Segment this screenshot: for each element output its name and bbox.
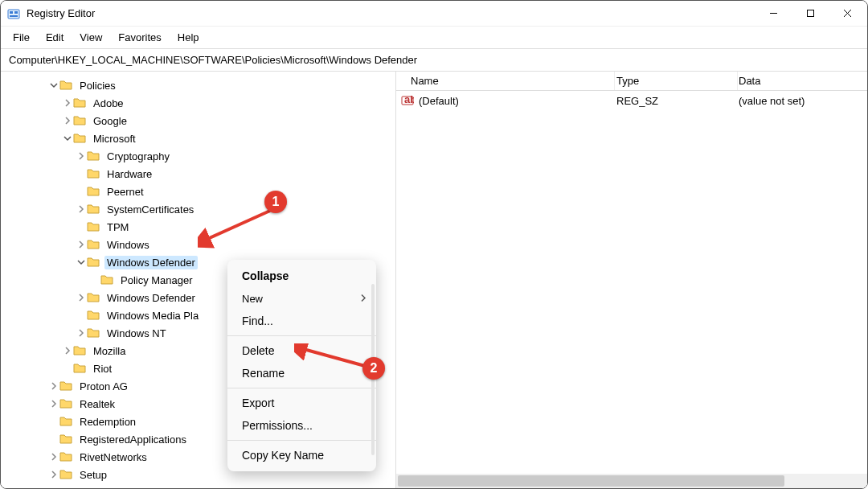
window-title: Registry Editor: [27, 7, 95, 19]
folder-icon: [59, 397, 72, 410]
list-row[interactable]: ab (Default) REG_SZ (value not set): [396, 91, 867, 110]
chevron-right-icon[interactable]: [76, 150, 87, 162]
value-data: (value not set): [739, 95, 805, 107]
tree-item-windows[interactable]: Windows: [1, 236, 395, 253]
chevron-right-icon[interactable]: [76, 239, 87, 250]
svg-rect-3: [10, 15, 18, 17]
tree-item-google[interactable]: Google: [1, 112, 395, 129]
folder-icon: [73, 132, 86, 145]
tree-item-label: Setup: [77, 468, 109, 482]
column-type[interactable]: Type: [616, 75, 739, 87]
menubar: File Edit View Favorites Help: [1, 27, 867, 49]
tree-item-label-selected: Windows Defender: [104, 256, 198, 269]
folder-icon: [87, 238, 100, 251]
tree-item-label: Realtek: [77, 397, 117, 411]
tree-item-hardware[interactable]: Hardware: [1, 165, 395, 183]
chevron-down-icon[interactable]: [76, 257, 87, 268]
tree-item-adobe[interactable]: Adobe: [1, 94, 395, 112]
scrollbar-thumb[interactable]: [398, 475, 784, 487]
tree-item-label: Windows Defender: [104, 291, 198, 305]
chevron-right-icon: [360, 293, 366, 305]
context-menu-export[interactable]: Export: [227, 392, 376, 414]
svg-rect-5: [807, 10, 813, 17]
tree-item-microsoft[interactable]: Microsoft: [1, 129, 395, 147]
chevron-right-icon[interactable]: [48, 451, 59, 462]
tree-item-tpm[interactable]: TPM: [1, 218, 395, 236]
folder-icon: [87, 167, 100, 180]
tree-item-peernet[interactable]: Peernet: [1, 183, 395, 200]
maximize-button[interactable]: [792, 2, 829, 26]
context-menu-find[interactable]: Find...: [227, 310, 376, 332]
context-menu-label: New: [242, 293, 263, 305]
tree-item-systemcertificates[interactable]: SystemCertificates: [1, 200, 395, 218]
tree-item-label: Riot: [91, 362, 114, 376]
titlebar: Registry Editor: [1, 1, 867, 27]
tree-item-label: Windows NT: [104, 327, 169, 340]
tree-item-label: Windows Media Pla: [104, 309, 201, 323]
folder-icon: [87, 309, 100, 322]
menu-edit[interactable]: Edit: [39, 30, 71, 45]
address-bar[interactable]: Computer\HKEY_LOCAL_MACHINE\SOFTWARE\Pol…: [1, 49, 867, 72]
annotation-marker-1: 1: [264, 191, 287, 213]
tree-item-label: Peernet: [104, 185, 146, 199]
minimize-button[interactable]: [755, 2, 792, 26]
context-menu: Collapse New Find... Delete Rename Expor…: [227, 260, 376, 471]
chevron-right-icon[interactable]: [48, 398, 59, 409]
chevron-down-icon[interactable]: [48, 80, 59, 91]
registry-editor-window: Registry Editor File Edit View Favorites…: [0, 0, 868, 489]
context-menu-collapse[interactable]: Collapse: [227, 265, 376, 287]
tree-item-label: Windows: [104, 238, 152, 252]
context-menu-separator: [227, 440, 376, 441]
svg-rect-1: [10, 11, 13, 14]
menu-view[interactable]: View: [72, 30, 109, 45]
tree-item-label: Policy Manager: [118, 273, 195, 287]
chevron-right-icon[interactable]: [76, 203, 87, 215]
tree-item-label: Hardware: [104, 167, 154, 181]
folder-icon: [87, 150, 100, 162]
chevron-down-icon[interactable]: [62, 133, 73, 144]
chevron-right-icon[interactable]: [62, 345, 73, 356]
tree-item-policies[interactable]: Policies: [1, 76, 395, 94]
chevron-right-icon[interactable]: [76, 327, 87, 339]
folder-icon: [73, 97, 86, 109]
context-menu-permissions[interactable]: Permissions...: [227, 414, 376, 437]
tree-pane[interactable]: Policies Adobe Google Microsoft: [1, 72, 396, 488]
horizontal-scrollbar[interactable]: [396, 474, 867, 488]
folder-icon: [59, 79, 72, 92]
tree-item-label: Proton AG: [77, 380, 130, 393]
chevron-right-icon[interactable]: [62, 115, 73, 126]
menu-file[interactable]: File: [6, 30, 37, 45]
folder-icon: [73, 362, 86, 375]
context-menu-separator: [227, 388, 376, 388]
folder-icon: [59, 380, 72, 392]
folder-icon: [100, 273, 113, 286]
svg-text:ab: ab: [404, 94, 414, 105]
chevron-right-icon[interactable]: [76, 292, 87, 303]
column-name[interactable]: Name: [411, 75, 616, 87]
chevron-right-icon[interactable]: [48, 469, 59, 480]
folder-icon: [87, 185, 100, 198]
tree-item-label: SystemCertificates: [104, 203, 196, 216]
menu-help[interactable]: Help: [170, 30, 207, 45]
context-menu-delete[interactable]: Delete: [227, 339, 376, 362]
folder-icon: [73, 344, 86, 357]
column-headers: Name Type Data: [396, 72, 867, 91]
context-menu-new[interactable]: New: [227, 287, 376, 310]
close-button[interactable]: [829, 2, 866, 26]
chevron-right-icon[interactable]: [48, 380, 59, 392]
tree-item-label: Google: [91, 114, 129, 128]
context-menu-copy-key-name[interactable]: Copy Key Name: [227, 444, 376, 466]
string-value-icon: ab: [401, 94, 414, 107]
svg-rect-2: [14, 11, 18, 14]
tree-item-cryptography[interactable]: Cryptography: [1, 147, 395, 165]
values-list[interactable]: ab (Default) REG_SZ (value not set): [396, 91, 867, 488]
folder-icon: [87, 327, 100, 339]
context-menu-separator: [227, 335, 376, 336]
app-icon: [7, 7, 20, 20]
tree-item-label: Policies: [77, 79, 118, 92]
folder-icon: [59, 468, 72, 481]
chevron-right-icon[interactable]: [62, 97, 73, 109]
column-data[interactable]: Data: [739, 75, 760, 87]
menu-favorites[interactable]: Favorites: [111, 30, 168, 45]
context-menu-rename[interactable]: Rename: [227, 362, 376, 384]
